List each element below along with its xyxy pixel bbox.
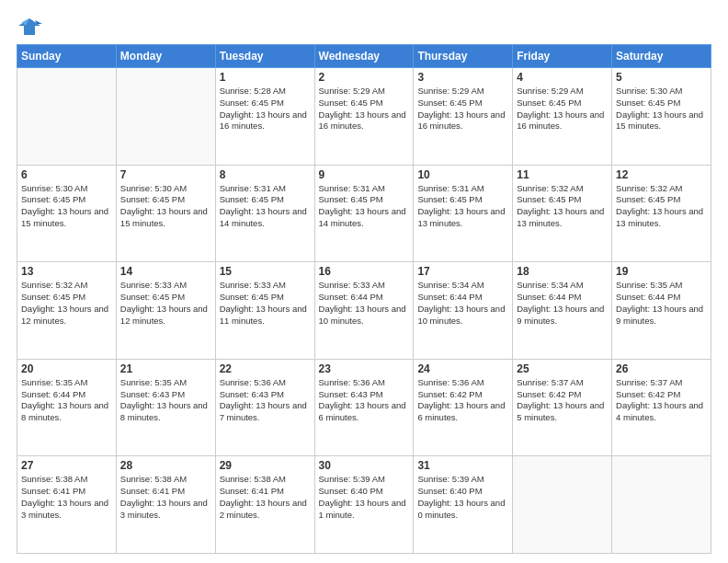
- calendar-cell: 22Sunrise: 5:36 AM Sunset: 6:43 PM Dayli…: [215, 359, 314, 456]
- day-number: 13: [21, 265, 112, 278]
- day-header-tuesday: Tuesday: [215, 45, 314, 68]
- day-number: 20: [21, 362, 112, 375]
- day-info: Sunrise: 5:30 AM Sunset: 6:45 PM Dayligh…: [21, 183, 112, 230]
- day-number: 12: [616, 168, 707, 181]
- day-info: Sunrise: 5:32 AM Sunset: 6:45 PM Dayligh…: [517, 183, 608, 230]
- calendar-cell: [513, 456, 612, 554]
- day-number: 28: [120, 459, 211, 472]
- calendar-week-3: 13Sunrise: 5:32 AM Sunset: 6:45 PM Dayli…: [17, 262, 711, 360]
- day-number: 1: [220, 71, 311, 84]
- day-info: Sunrise: 5:28 AM Sunset: 6:45 PM Dayligh…: [220, 86, 311, 132]
- day-info: Sunrise: 5:38 AM Sunset: 6:41 PM Dayligh…: [21, 474, 112, 521]
- calendar-cell: [612, 456, 711, 554]
- calendar-cell: 1Sunrise: 5:28 AM Sunset: 6:45 PM Daylig…: [215, 68, 314, 166]
- day-number: 27: [21, 459, 112, 472]
- calendar-cell: 27Sunrise: 5:38 AM Sunset: 6:41 PM Dayli…: [17, 456, 117, 554]
- day-info: Sunrise: 5:38 AM Sunset: 6:41 PM Dayligh…: [120, 474, 211, 521]
- calendar-cell: 18Sunrise: 5:34 AM Sunset: 6:44 PM Dayli…: [513, 262, 612, 360]
- day-number: 31: [417, 459, 508, 472]
- day-info: Sunrise: 5:29 AM Sunset: 6:45 PM Dayligh…: [319, 86, 410, 132]
- logo-icon: [17, 17, 42, 37]
- calendar-week-4: 20Sunrise: 5:35 AM Sunset: 6:44 PM Dayli…: [17, 359, 711, 456]
- day-info: Sunrise: 5:36 AM Sunset: 6:42 PM Dayligh…: [417, 377, 508, 424]
- day-info: Sunrise: 5:33 AM Sunset: 6:44 PM Dayligh…: [319, 280, 410, 327]
- day-number: 11: [517, 168, 608, 181]
- day-info: Sunrise: 5:29 AM Sunset: 6:45 PM Dayligh…: [517, 86, 608, 132]
- day-info: Sunrise: 5:30 AM Sunset: 6:45 PM Dayligh…: [120, 183, 211, 230]
- day-number: 4: [517, 71, 608, 84]
- day-info: Sunrise: 5:33 AM Sunset: 6:45 PM Dayligh…: [220, 280, 311, 327]
- day-number: 10: [417, 168, 508, 181]
- day-info: Sunrise: 5:38 AM Sunset: 6:41 PM Dayligh…: [220, 474, 311, 521]
- calendar-cell: 23Sunrise: 5:36 AM Sunset: 6:43 PM Dayli…: [314, 359, 414, 456]
- day-info: Sunrise: 5:36 AM Sunset: 6:43 PM Dayligh…: [319, 377, 410, 424]
- calendar-cell: 19Sunrise: 5:35 AM Sunset: 6:44 PM Dayli…: [612, 262, 711, 360]
- calendar-cell: 9Sunrise: 5:31 AM Sunset: 6:45 PM Daylig…: [314, 165, 414, 262]
- calendar-cell: 25Sunrise: 5:37 AM Sunset: 6:42 PM Dayli…: [513, 359, 612, 456]
- day-number: 8: [220, 168, 311, 181]
- calendar-cell: 4Sunrise: 5:29 AM Sunset: 6:45 PM Daylig…: [513, 68, 612, 166]
- calendar-cell: 15Sunrise: 5:33 AM Sunset: 6:45 PM Dayli…: [215, 262, 314, 360]
- calendar-cell: 26Sunrise: 5:37 AM Sunset: 6:42 PM Dayli…: [612, 359, 711, 456]
- calendar-cell: [17, 68, 117, 166]
- calendar-table: SundayMondayTuesdayWednesdayThursdayFrid…: [17, 44, 711, 554]
- day-number: 30: [319, 459, 410, 472]
- day-number: 15: [220, 265, 311, 278]
- day-header-thursday: Thursday: [414, 45, 513, 68]
- calendar-cell: 2Sunrise: 5:29 AM Sunset: 6:45 PM Daylig…: [314, 68, 414, 166]
- day-info: Sunrise: 5:39 AM Sunset: 6:40 PM Dayligh…: [319, 474, 410, 521]
- calendar-cell: 28Sunrise: 5:38 AM Sunset: 6:41 PM Dayli…: [116, 456, 215, 554]
- day-header-wednesday: Wednesday: [314, 45, 414, 68]
- calendar-cell: 5Sunrise: 5:30 AM Sunset: 6:45 PM Daylig…: [612, 68, 711, 166]
- day-info: Sunrise: 5:34 AM Sunset: 6:44 PM Dayligh…: [417, 280, 508, 327]
- day-number: 17: [417, 265, 508, 278]
- calendar-cell: 13Sunrise: 5:32 AM Sunset: 6:45 PM Dayli…: [17, 262, 117, 360]
- day-number: 2: [319, 71, 410, 84]
- calendar-cell: 3Sunrise: 5:29 AM Sunset: 6:45 PM Daylig…: [414, 68, 513, 166]
- calendar-week-1: 1Sunrise: 5:28 AM Sunset: 6:45 PM Daylig…: [17, 68, 711, 166]
- day-number: 22: [220, 362, 311, 375]
- day-info: Sunrise: 5:29 AM Sunset: 6:45 PM Dayligh…: [417, 86, 508, 132]
- calendar-cell: 29Sunrise: 5:38 AM Sunset: 6:41 PM Dayli…: [215, 456, 314, 554]
- day-number: 23: [319, 362, 410, 375]
- day-header-sunday: Sunday: [17, 45, 117, 68]
- calendar-week-2: 6Sunrise: 5:30 AM Sunset: 6:45 PM Daylig…: [17, 165, 711, 262]
- calendar-cell: 17Sunrise: 5:34 AM Sunset: 6:44 PM Dayli…: [414, 262, 513, 360]
- day-info: Sunrise: 5:31 AM Sunset: 6:45 PM Dayligh…: [220, 183, 311, 230]
- day-info: Sunrise: 5:35 AM Sunset: 6:43 PM Dayligh…: [120, 377, 211, 424]
- header: [17, 17, 711, 37]
- day-info: Sunrise: 5:32 AM Sunset: 6:45 PM Dayligh…: [616, 183, 707, 230]
- calendar-body: 1Sunrise: 5:28 AM Sunset: 6:45 PM Daylig…: [17, 68, 711, 554]
- day-info: Sunrise: 5:31 AM Sunset: 6:45 PM Dayligh…: [319, 183, 410, 230]
- calendar-cell: 12Sunrise: 5:32 AM Sunset: 6:45 PM Dayli…: [612, 165, 711, 262]
- calendar-cell: 24Sunrise: 5:36 AM Sunset: 6:42 PM Dayli…: [414, 359, 513, 456]
- day-info: Sunrise: 5:36 AM Sunset: 6:43 PM Dayligh…: [220, 377, 311, 424]
- calendar-week-5: 27Sunrise: 5:38 AM Sunset: 6:41 PM Dayli…: [17, 456, 711, 554]
- day-number: 16: [319, 265, 410, 278]
- calendar-cell: 30Sunrise: 5:39 AM Sunset: 6:40 PM Dayli…: [314, 456, 414, 554]
- day-number: 26: [616, 362, 707, 375]
- day-info: Sunrise: 5:39 AM Sunset: 6:40 PM Dayligh…: [417, 474, 508, 521]
- day-number: 19: [616, 265, 707, 278]
- day-info: Sunrise: 5:32 AM Sunset: 6:45 PM Dayligh…: [21, 280, 112, 327]
- calendar-cell: [116, 68, 215, 166]
- day-info: Sunrise: 5:31 AM Sunset: 6:45 PM Dayligh…: [417, 183, 508, 230]
- day-number: 7: [120, 168, 211, 181]
- day-header-friday: Friday: [513, 45, 612, 68]
- day-info: Sunrise: 5:35 AM Sunset: 6:44 PM Dayligh…: [616, 280, 707, 327]
- day-number: 25: [517, 362, 608, 375]
- calendar-cell: 21Sunrise: 5:35 AM Sunset: 6:43 PM Dayli…: [116, 359, 215, 456]
- day-number: 5: [616, 71, 707, 84]
- day-info: Sunrise: 5:37 AM Sunset: 6:42 PM Dayligh…: [517, 377, 608, 424]
- logo: [17, 17, 46, 37]
- calendar-cell: 11Sunrise: 5:32 AM Sunset: 6:45 PM Dayli…: [513, 165, 612, 262]
- day-number: 18: [517, 265, 608, 278]
- day-header-monday: Monday: [116, 45, 215, 68]
- day-number: 29: [220, 459, 311, 472]
- day-info: Sunrise: 5:34 AM Sunset: 6:44 PM Dayligh…: [517, 280, 608, 327]
- calendar-header-row: SundayMondayTuesdayWednesdayThursdayFrid…: [17, 45, 711, 68]
- day-info: Sunrise: 5:33 AM Sunset: 6:45 PM Dayligh…: [120, 280, 211, 327]
- calendar-cell: 20Sunrise: 5:35 AM Sunset: 6:44 PM Dayli…: [17, 359, 117, 456]
- day-number: 3: [417, 71, 508, 84]
- calendar-cell: 16Sunrise: 5:33 AM Sunset: 6:44 PM Dayli…: [314, 262, 414, 360]
